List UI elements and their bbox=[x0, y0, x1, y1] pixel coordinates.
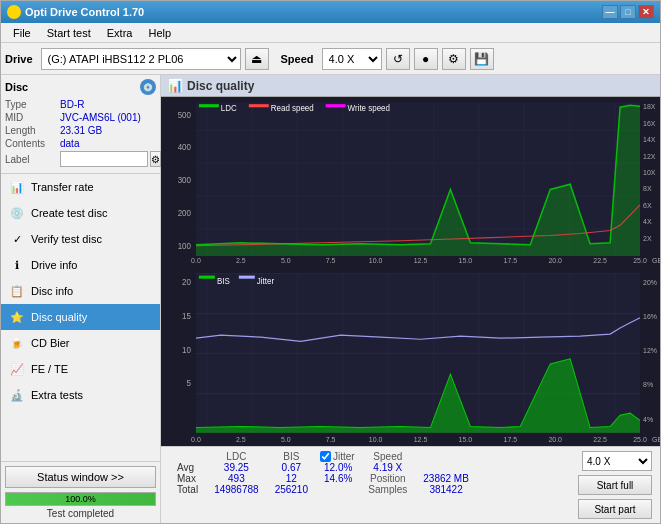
position-value: 23862 MB bbox=[415, 473, 477, 484]
progress-text: 100.0% bbox=[6, 493, 155, 505]
nav-extra-tests[interactable]: 🔬 Extra tests bbox=[1, 382, 160, 408]
svg-text:25.0: 25.0 bbox=[633, 257, 647, 265]
nav-cd-bier[interactable]: 🍺 CD Bier bbox=[1, 330, 160, 356]
disc-section-title: Disc bbox=[5, 81, 28, 93]
nav-extra-tests-label: Extra tests bbox=[31, 389, 83, 401]
nav-create-test-disc-label: Create test disc bbox=[31, 207, 107, 219]
disc-contents-row: Contents data bbox=[5, 138, 156, 149]
svg-text:14X: 14X bbox=[643, 136, 656, 144]
close-button[interactable]: ✕ bbox=[638, 5, 654, 19]
nav-verify-test-disc-label: Verify test disc bbox=[31, 233, 102, 245]
speed-select[interactable]: 4.0 X bbox=[322, 48, 382, 70]
nav-disc-quality[interactable]: ⭐ Disc quality bbox=[1, 304, 160, 330]
drive-select[interactable]: (G:) ATAPI iHBS112 2 PL06 bbox=[41, 48, 241, 70]
save-button[interactable]: 💾 bbox=[470, 48, 494, 70]
app-icon bbox=[7, 5, 21, 19]
start-part-button[interactable]: Start part bbox=[578, 499, 652, 519]
svg-text:18X: 18X bbox=[643, 103, 656, 111]
start-full-button[interactable]: Start full bbox=[578, 475, 652, 495]
maximize-button[interactable]: □ bbox=[620, 5, 636, 19]
transfer-rate-icon: 📊 bbox=[9, 179, 25, 195]
svg-text:8X: 8X bbox=[643, 185, 652, 193]
stats-max-row: Max 493 12 14.6% Position 23862 MB bbox=[169, 473, 477, 484]
app-window: Opti Drive Control 1.70 — □ ✕ File Start… bbox=[0, 0, 661, 524]
menu-extra[interactable]: Extra bbox=[99, 25, 141, 41]
nav-fe-te[interactable]: 📈 FE / TE bbox=[1, 356, 160, 382]
svg-text:20: 20 bbox=[182, 278, 191, 287]
nav-drive-info[interactable]: ℹ Drive info bbox=[1, 252, 160, 278]
svg-text:12.5: 12.5 bbox=[414, 436, 428, 444]
total-ldc: 14986788 bbox=[206, 484, 267, 495]
drive-label: Drive bbox=[5, 53, 33, 65]
right-action-panel: 4.0 X Start full Start part bbox=[578, 451, 652, 519]
svg-text:17.5: 17.5 bbox=[504, 436, 518, 444]
svg-text:12.5: 12.5 bbox=[414, 257, 428, 265]
svg-text:15.0: 15.0 bbox=[459, 257, 473, 265]
status-text: Test completed bbox=[5, 508, 156, 519]
svg-text:4X: 4X bbox=[643, 218, 652, 226]
max-bis: 12 bbox=[267, 473, 316, 484]
stats-table: LDC BIS Jitter Speed bbox=[169, 451, 477, 495]
avg-label: Avg bbox=[169, 462, 206, 473]
svg-text:8%: 8% bbox=[643, 381, 654, 389]
settings-button[interactable]: ⚙ bbox=[442, 48, 466, 70]
svg-text:12X: 12X bbox=[643, 153, 656, 161]
disc-label-btn[interactable]: ⚙ bbox=[150, 151, 161, 167]
svg-text:2.5: 2.5 bbox=[236, 257, 246, 265]
eject-button[interactable]: ⏏ bbox=[245, 48, 269, 70]
status-window-button[interactable]: Status window >> bbox=[5, 466, 156, 488]
nav-transfer-rate[interactable]: 📊 Transfer rate bbox=[1, 174, 160, 200]
disc-label-input[interactable] bbox=[60, 151, 148, 167]
status-section: Status window >> 100.0% Test completed bbox=[1, 461, 160, 523]
nav-verify-test-disc[interactable]: ✓ Verify test disc bbox=[1, 226, 160, 252]
menu-help[interactable]: Help bbox=[140, 25, 179, 41]
menu-file[interactable]: File bbox=[5, 25, 39, 41]
chart-area: 📊 Disc quality bbox=[161, 75, 660, 523]
title-bar: Opti Drive Control 1.70 — □ ✕ bbox=[1, 1, 660, 23]
svg-text:20.0: 20.0 bbox=[548, 257, 562, 265]
position-label: Position bbox=[360, 473, 415, 484]
nav-disc-info[interactable]: 📋 Disc info bbox=[1, 278, 160, 304]
stats-empty-header bbox=[169, 451, 206, 462]
svg-text:5.0: 5.0 bbox=[281, 257, 291, 265]
nav-disc-quality-label: Disc quality bbox=[31, 311, 87, 323]
svg-text:GB: GB bbox=[652, 436, 660, 444]
disc-header: Disc 💿 bbox=[5, 79, 156, 95]
avg-ldc: 39.25 bbox=[206, 462, 267, 473]
svg-text:2.5: 2.5 bbox=[236, 436, 246, 444]
svg-text:5.0: 5.0 bbox=[281, 436, 291, 444]
refresh-button[interactable]: ↺ bbox=[386, 48, 410, 70]
stats-avg-row: Avg 39.25 0.67 12.0% 4.19 X bbox=[169, 462, 477, 473]
max-jitter: 14.6% bbox=[316, 473, 360, 484]
disc-type-value: BD-R bbox=[60, 99, 84, 110]
svg-text:7.5: 7.5 bbox=[326, 436, 336, 444]
svg-text:500: 500 bbox=[178, 110, 192, 119]
fe-te-icon: 📈 bbox=[9, 361, 25, 377]
jitter-checkbox[interactable] bbox=[320, 451, 331, 462]
svg-text:15: 15 bbox=[182, 312, 191, 321]
charts-wrapper: LDC Read speed Write speed 500 400 300 2… bbox=[161, 97, 660, 446]
svg-text:15.0: 15.0 bbox=[459, 436, 473, 444]
cd-bier-icon: 🍺 bbox=[9, 335, 25, 351]
svg-text:20%: 20% bbox=[643, 279, 658, 287]
window-title: Opti Drive Control 1.70 bbox=[25, 6, 144, 18]
minimize-button[interactable]: — bbox=[602, 5, 618, 19]
nav-drive-info-label: Drive info bbox=[31, 259, 77, 271]
disc-info-icon: 📋 bbox=[9, 283, 25, 299]
svg-text:22.5: 22.5 bbox=[593, 257, 607, 265]
disc-length-row: Length 23.31 GB bbox=[5, 125, 156, 136]
svg-rect-6 bbox=[199, 104, 219, 107]
disc-label-label: Label bbox=[5, 154, 60, 165]
menu-start-test[interactable]: Start test bbox=[39, 25, 99, 41]
nav-create-test-disc[interactable]: 💿 Create test disc bbox=[1, 200, 160, 226]
chart-header: 📊 Disc quality bbox=[161, 75, 660, 97]
nav-disc-info-label: Disc info bbox=[31, 285, 73, 297]
stats-speed-select[interactable]: 4.0 X bbox=[582, 451, 652, 471]
svg-text:300: 300 bbox=[178, 176, 192, 185]
burn-button[interactable]: ● bbox=[414, 48, 438, 70]
menu-bar: File Start test Extra Help bbox=[1, 23, 660, 43]
svg-text:LDC: LDC bbox=[221, 104, 237, 113]
drive-info-icon: ℹ bbox=[9, 257, 25, 273]
nav-cd-bier-label: CD Bier bbox=[31, 337, 70, 349]
svg-text:25.0: 25.0 bbox=[633, 436, 647, 444]
